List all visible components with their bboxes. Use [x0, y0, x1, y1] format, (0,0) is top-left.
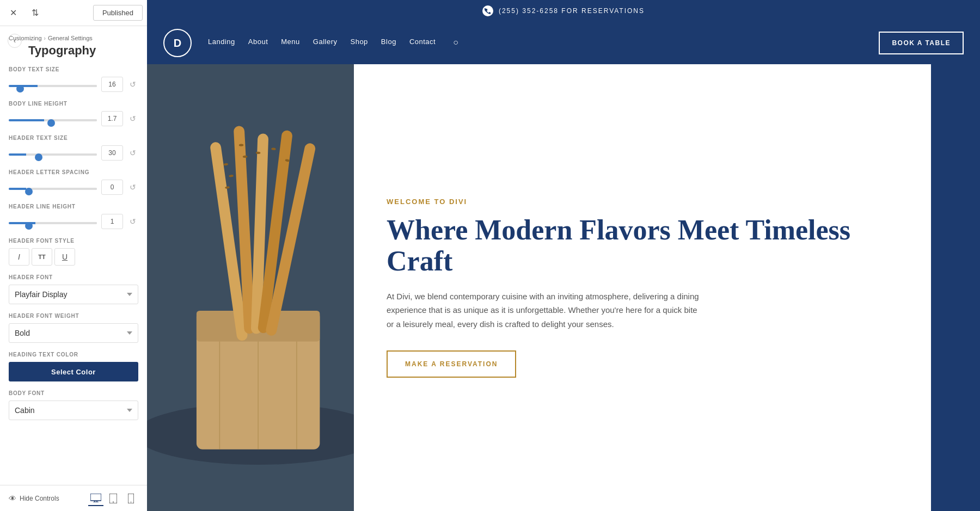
website-preview: (255) 352-6258 FOR RESERVATIONS D Landin…: [147, 0, 980, 511]
hide-controls-label: Hide Controls: [20, 495, 59, 502]
hero-title: Where Modern Flavors Meet Timeless Craft: [387, 214, 898, 276]
svg-point-7: [130, 501, 131, 502]
header-letter-spacing-label: HEADER LETTER SPACING: [9, 169, 138, 175]
body-text-size-slider-container: [9, 79, 97, 89]
body-text-size-label: BODY TEXT SIZE: [9, 66, 138, 72]
nav-links: Landing About Menu Gallery Shop Blog Con…: [208, 38, 879, 48]
heading-text-color-group: HEADING TEXT COLOR Select Color: [9, 352, 138, 381]
header-font-style-label: HEADER FONT STYLE: [9, 238, 138, 244]
body-text-size-reset[interactable]: ↺: [127, 79, 138, 90]
heading-text-color-label: HEADING TEXT COLOR: [9, 352, 138, 358]
header-line-height-slider-container: [9, 217, 97, 226]
header-text-size-reset[interactable]: ↺: [127, 147, 138, 158]
select-color-button[interactable]: Select Color: [9, 362, 138, 381]
published-button[interactable]: Published: [93, 5, 143, 21]
underline-button[interactable]: U: [54, 248, 75, 266]
welcome-text: WELCOME TO DIVI: [387, 198, 898, 206]
controls-area: BODY TEXT SIZE ↺ BODY LINE HEIGHT ↺: [0, 66, 147, 485]
make-reservation-button[interactable]: MAKE A RESERVATION: [387, 350, 516, 378]
nav-shop[interactable]: Shop: [350, 38, 367, 48]
bottom-icons: [88, 491, 138, 506]
header-letter-spacing-reset[interactable]: ↺: [127, 182, 138, 193]
body-line-height-slider[interactable]: [9, 119, 97, 121]
nav-gallery[interactable]: Gallery: [313, 38, 338, 48]
body-line-height-value[interactable]: [101, 111, 123, 126]
uppercase-button[interactable]: TT: [32, 248, 52, 266]
header-line-height-slider[interactable]: [9, 222, 97, 224]
header-text-size-label: HEADER TEXT SIZE: [9, 135, 138, 141]
font-style-row: I TT U: [9, 248, 138, 266]
header-font-weight-group: HEADER FONT WEIGHT Thin Light Regular Bo…: [9, 313, 138, 343]
body-text-size-group: BODY TEXT SIZE ↺: [9, 66, 138, 92]
header-letter-spacing-row: ↺: [9, 180, 138, 195]
body-line-height-reset[interactable]: ↺: [127, 113, 138, 124]
breadstick-photo: [147, 64, 354, 511]
body-text-size-slider[interactable]: [9, 85, 97, 87]
hero-content: WELCOME TO DIVI Where Modern Flavors Mee…: [354, 64, 931, 511]
hero-section: WELCOME TO DIVI Where Modern Flavors Mee…: [147, 64, 980, 511]
header-letter-spacing-value[interactable]: [101, 180, 123, 195]
nav-logo: D: [163, 29, 192, 57]
phone-number: (255) 352-6258 FOR RESERVATIONS: [499, 7, 645, 15]
body-text-size-row: ↺: [9, 77, 138, 92]
tablet-icon[interactable]: [106, 491, 121, 506]
nav-menu[interactable]: Menu: [281, 38, 300, 48]
header-line-height-value[interactable]: [101, 214, 123, 229]
nav-contact[interactable]: Contact: [409, 38, 436, 48]
header-font-group: HEADER FONT Playfair Display Georgia Tim…: [9, 274, 138, 304]
hide-controls-toggle[interactable]: 👁 Hide Controls: [9, 494, 59, 503]
phone-bar: (255) 352-6258 FOR RESERVATIONS: [147, 0, 980, 22]
header-font-weight-select[interactable]: Thin Light Regular Bold Extra Bold: [9, 323, 138, 343]
header-font-select[interactable]: Playfair Display Georgia Times New Roman…: [9, 285, 138, 304]
book-table-button[interactable]: BOOK A TABLE: [879, 32, 964, 54]
body-line-height-slider-container: [9, 114, 97, 124]
header-text-size-group: HEADER TEXT SIZE ↺: [9, 135, 138, 161]
header-font-style-group: HEADER FONT STYLE I TT U: [9, 238, 138, 266]
nav-landing[interactable]: Landing: [208, 38, 235, 48]
back-button[interactable]: ‹: [8, 34, 22, 48]
search-icon[interactable]: ○: [453, 38, 464, 48]
header-line-height-reset[interactable]: ↺: [127, 216, 138, 227]
nav-blog[interactable]: Blog: [381, 38, 396, 48]
body-font-select[interactable]: Cabin Arial Helvetica Roboto Open Sans: [9, 401, 138, 420]
italic-button[interactable]: I: [9, 248, 29, 266]
panel-header: ‹ Customizing › General Settings Typogra…: [0, 26, 147, 66]
hero-description: At Divi, we blend contemporary cuisine w…: [387, 290, 702, 331]
header-text-size-slider[interactable]: [9, 153, 97, 156]
header-letter-spacing-slider-container: [9, 182, 97, 192]
panel-title: Typography: [9, 44, 138, 58]
toolbar: ✕ ⇅ Published: [0, 0, 147, 26]
header-letter-spacing-slider[interactable]: [9, 188, 97, 190]
header-line-height-row: ↺: [9, 214, 138, 229]
header-text-size-row: ↺: [9, 145, 138, 161]
eye-icon: 👁: [9, 494, 16, 503]
breadcrumb-general-settings: General Settings: [48, 35, 93, 41]
header-line-height-label: HEADER LINE HEIGHT: [9, 204, 138, 210]
body-text-size-value[interactable]: [101, 77, 123, 92]
body-font-group: BODY FONT Cabin Arial Helvetica Roboto O…: [9, 390, 138, 420]
svg-point-5: [113, 501, 114, 502]
header-font-label: HEADER FONT: [9, 274, 138, 280]
mobile-icon[interactable]: [123, 491, 138, 506]
svg-rect-0: [90, 494, 101, 501]
body-line-height-label: BODY LINE HEIGHT: [9, 101, 138, 107]
navigation: D Landing About Menu Gallery Shop Blog C…: [147, 22, 980, 64]
bottom-bar: 👁 Hide Controls: [0, 485, 147, 511]
close-icon[interactable]: ✕: [4, 4, 22, 22]
breadcrumb: Customizing › General Settings: [9, 35, 138, 41]
swap-icon[interactable]: ⇅: [26, 4, 44, 22]
header-text-size-slider-container: [9, 148, 97, 158]
header-line-height-group: HEADER LINE HEIGHT ↺: [9, 204, 138, 229]
header-letter-spacing-group: HEADER LETTER SPACING ↺: [9, 169, 138, 195]
desktop-icon[interactable]: [88, 491, 103, 506]
nav-about[interactable]: About: [248, 38, 268, 48]
body-font-label: BODY FONT: [9, 390, 138, 396]
left-panel: ✕ ⇅ Published ‹ Customizing › General Se…: [0, 0, 147, 511]
header-text-size-value[interactable]: [101, 145, 123, 161]
hero-right-dark: [931, 64, 980, 511]
header-font-weight-label: HEADER FONT WEIGHT: [9, 313, 138, 319]
body-line-height-group: BODY LINE HEIGHT ↺: [9, 101, 138, 126]
preview-area: (255) 352-6258 FOR RESERVATIONS D Landin…: [147, 0, 980, 511]
body-line-height-row: ↺: [9, 111, 138, 126]
hero-image: [147, 64, 354, 511]
